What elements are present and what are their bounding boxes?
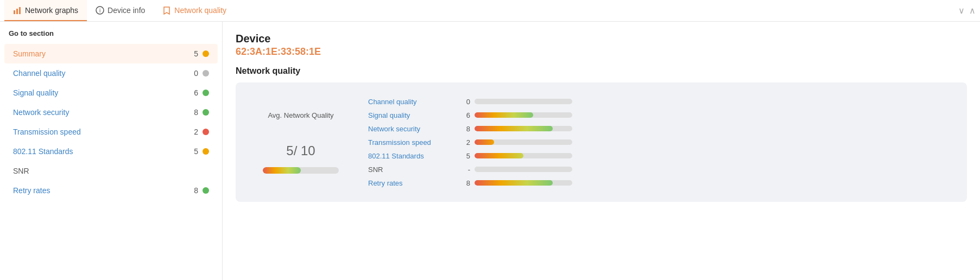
metric-bar-bg-signal-quality xyxy=(475,112,572,118)
metric-bar-bg-802-standards xyxy=(475,153,572,158)
score-transmission-speed: 2 xyxy=(194,128,198,136)
metric-row-transmission-speed: Transmission speed 2 xyxy=(368,138,956,147)
sidebar-item-network-security[interactable]: Network security 8 xyxy=(4,103,218,122)
avg-label: Avg. Network Quality xyxy=(268,111,333,119)
close-icon[interactable]: ∧ xyxy=(969,5,976,16)
metric-name-signal-quality[interactable]: Signal quality xyxy=(368,111,455,119)
sidebar-item-label-summary: Summary xyxy=(13,49,46,58)
tabs-bar: Network graphs i Device info Network qua… xyxy=(0,0,980,22)
metric-name-channel-quality[interactable]: Channel quality xyxy=(368,98,455,106)
sidebar-item-label-signal-quality: Signal quality xyxy=(13,88,58,97)
metric-score-channel-quality: 0 xyxy=(459,98,470,106)
sidebar: Go to section Summary 5 Channel quality … xyxy=(0,22,223,280)
info-icon: i xyxy=(96,6,104,15)
svg-rect-2 xyxy=(19,7,21,14)
metric-score-signal-quality: 6 xyxy=(459,111,470,119)
metric-bar-bg-channel-quality xyxy=(475,99,572,104)
metric-row-channel-quality: Channel quality 0 xyxy=(368,98,956,106)
metric-score-transmission-speed: 2 xyxy=(459,138,470,147)
metric-bar-fill-network-security xyxy=(475,126,553,131)
svg-text:i: i xyxy=(99,8,100,14)
device-mac: 62:3A:1E:33:58:1E xyxy=(236,46,967,58)
avg-progress-bar xyxy=(263,167,339,174)
sidebar-item-signal-quality[interactable]: Signal quality 6 xyxy=(4,83,218,103)
score-signal-quality: 6 xyxy=(194,88,198,97)
metric-name-802-standards[interactable]: 802.11 Standards xyxy=(368,152,455,160)
device-title: Device xyxy=(236,33,967,45)
quality-right: Channel quality 0 Signal quality 6 Netwo… xyxy=(368,93,956,191)
sidebar-item-right-channel-quality: 0 xyxy=(194,69,209,78)
dot-channel-quality xyxy=(203,70,209,77)
quality-left: Avg. Network Quality 5/ 10 xyxy=(246,93,355,191)
metric-bar-bg-snr xyxy=(475,167,572,172)
quality-panel: Avg. Network Quality 5/ 10 Channel quali… xyxy=(236,82,967,202)
main-content: Device 62:3A:1E:33:58:1E Network quality… xyxy=(223,22,980,280)
avg-progress-fill xyxy=(263,167,301,174)
score-retry-rates: 8 xyxy=(194,186,198,195)
dot-network-security xyxy=(203,109,209,116)
metric-score-snr: - xyxy=(459,166,470,174)
sidebar-item-snr[interactable]: SNR xyxy=(4,161,218,181)
dot-transmission-speed xyxy=(203,129,209,135)
dot-retry-rates xyxy=(203,187,209,194)
sidebar-item-right-signal-quality: 6 xyxy=(194,88,209,97)
dot-summary xyxy=(203,50,209,57)
sidebar-item-label-802-standards: 802.11 Standards xyxy=(13,147,73,156)
score-channel-quality: 0 xyxy=(194,69,198,78)
sidebar-item-right-network-security: 8 xyxy=(194,108,209,117)
sidebar-item-retry-rates[interactable]: Retry rates 8 xyxy=(4,181,218,200)
sidebar-item-label-channel-quality: Channel quality xyxy=(13,69,66,78)
dot-signal-quality xyxy=(203,90,209,96)
sidebar-item-right-802-standards: 5 xyxy=(194,147,209,156)
metric-row-signal-quality: Signal quality 6 xyxy=(368,111,956,119)
metric-score-802-standards: 5 xyxy=(459,152,470,160)
score-summary: 5 xyxy=(194,49,198,58)
sidebar-item-label-snr: SNR xyxy=(13,167,29,175)
metric-row-retry-rates: Retry rates 8 xyxy=(368,179,956,187)
sidebar-item-summary[interactable]: Summary 5 xyxy=(4,44,218,63)
collapse-icon[interactable]: ∨ xyxy=(958,5,965,16)
tab-label-network-quality: Network quality xyxy=(174,6,226,15)
dot-802-standards xyxy=(203,148,209,155)
avg-score-denom: / 10 xyxy=(294,143,315,158)
metric-name-network-security[interactable]: Network security xyxy=(368,125,455,133)
metric-bar-fill-802-standards xyxy=(475,153,523,158)
sidebar-item-label-transmission-speed: Transmission speed xyxy=(13,128,81,136)
main-layout: Go to section Summary 5 Channel quality … xyxy=(0,22,980,280)
tab-network-graphs[interactable]: Network graphs xyxy=(4,0,87,21)
metric-row-snr: SNR - xyxy=(368,166,956,174)
sidebar-item-channel-quality[interactable]: Channel quality 0 xyxy=(4,63,218,83)
metric-bar-fill-retry-rates xyxy=(475,180,553,186)
metric-row-802-standards: 802.11 Standards 5 xyxy=(368,152,956,160)
tab-label-network-graphs: Network graphs xyxy=(25,6,78,15)
metric-name-retry-rates[interactable]: Retry rates xyxy=(368,179,455,187)
sidebar-item-right-retry-rates: 8 xyxy=(194,186,209,195)
sidebar-item-transmission-speed[interactable]: Transmission speed 2 xyxy=(4,122,218,142)
sidebar-item-802-standards[interactable]: 802.11 Standards 5 xyxy=(4,142,218,161)
metric-name-transmission-speed[interactable]: Transmission speed xyxy=(368,138,455,147)
metric-bar-bg-retry-rates xyxy=(475,180,572,186)
sidebar-item-right-transmission-speed: 2 xyxy=(194,128,209,136)
metric-bar-fill-transmission-speed xyxy=(475,139,494,145)
metric-score-retry-rates: 8 xyxy=(459,179,470,187)
metric-bar-bg-network-security xyxy=(475,126,572,131)
metric-bar-fill-signal-quality xyxy=(475,112,533,118)
tab-controls: ∨ ∧ xyxy=(958,5,976,16)
tab-label-device-info: Device info xyxy=(108,6,145,15)
metric-name-snr: SNR xyxy=(368,166,455,174)
tab-device-info[interactable]: i Device info xyxy=(87,0,154,21)
bar-chart-icon xyxy=(13,6,22,15)
network-quality-title: Network quality xyxy=(236,66,967,76)
svg-rect-0 xyxy=(14,10,15,14)
avg-score: 5/ 10 xyxy=(286,126,315,161)
sidebar-goto-label: Go to section xyxy=(0,29,222,44)
tab-network-quality[interactable]: Network quality xyxy=(154,0,235,21)
sidebar-item-label-network-security: Network security xyxy=(13,108,69,117)
sidebar-item-label-retry-rates: Retry rates xyxy=(13,186,50,195)
metric-row-network-security: Network security 8 xyxy=(368,125,956,133)
score-network-security: 8 xyxy=(194,108,198,117)
metric-bar-bg-transmission-speed xyxy=(475,139,572,145)
bookmark-icon xyxy=(162,6,171,15)
avg-score-value: 5 xyxy=(286,143,293,158)
sidebar-item-right-summary: 5 xyxy=(194,49,209,58)
